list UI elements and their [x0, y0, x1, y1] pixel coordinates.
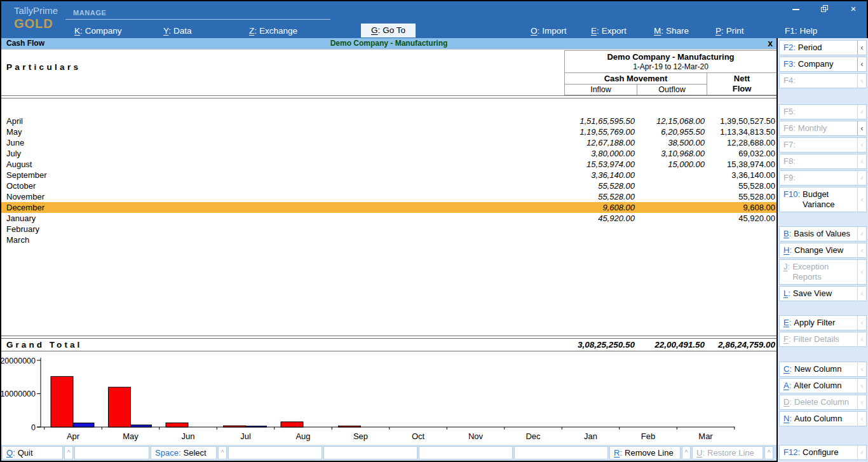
goto-button[interactable]: G: Go To: [361, 24, 416, 37]
svg-text:Jun: Jun: [182, 431, 195, 441]
restore-line-expand-caret: ^: [764, 446, 773, 459]
menu-item-data[interactable]: Y:Data: [163, 24, 192, 37]
sidebar-button-f4: F4:‹: [779, 73, 867, 88]
select-button[interactable]: Space:Select: [151, 446, 217, 459]
sidebar-button-j-exception-reports: J:Exception Reports‹: [779, 259, 867, 285]
sidebar-button-f3-company[interactable]: F3:Company‹: [779, 57, 867, 72]
tallyprime-window: TallyPrime GOLD MANAGE K:CompanyY:DataZ:…: [0, 0, 868, 462]
row-september[interactable]: September3,36,140.003,36,140.00: [1, 170, 776, 180]
restore-icon[interactable]: [816, 3, 832, 14]
row-june[interactable]: June12,67,188.0038,500.0012,28,688.00: [1, 137, 776, 148]
menu-item-company[interactable]: K:Company: [74, 24, 122, 37]
sidebar-button-b-basis-of-values[interactable]: B:Basis of Values‹: [779, 226, 867, 241]
sidebar-button-f10-budget-variance[interactable]: F10:Budget Variance‹: [779, 187, 867, 212]
company-name: Demo Company - Manufacturing: [1, 38, 776, 49]
svg-text:Apr: Apr: [67, 431, 80, 441]
row-february[interactable]: February: [1, 224, 776, 234]
menu-item-exchange[interactable]: Z:Exchange: [249, 24, 297, 37]
row-march[interactable]: March: [1, 234, 776, 245]
sidebar-expand-arrow-icon: ‹: [857, 41, 866, 55]
brand-gold: GOLD: [14, 17, 58, 30]
grand-total-outflow: 22,00,491.50: [637, 339, 707, 351]
report-column-header: Demo Company - Manufacturing 1-Apr-19 to…: [564, 50, 777, 95]
app-logo: TallyPrime GOLD: [14, 6, 58, 30]
statusbar-empty-cell: [323, 446, 417, 459]
statusbar-empty-cell: [74, 446, 149, 459]
report-close-icon[interactable]: x: [768, 38, 773, 49]
sidebar-expand-arrow-icon: ‹: [857, 287, 866, 301]
sidebar-expand-arrow-icon: ‹: [857, 57, 866, 71]
svg-text:Oct: Oct: [412, 431, 425, 441]
header-period: 1-Apr-19 to 12-Mar-20: [565, 62, 776, 73]
close-icon[interactable]: ×: [845, 3, 862, 14]
svg-text:Dec: Dec: [526, 431, 541, 441]
month-rows: April1,51,65,595.5012,15,068.001,39,50,5…: [1, 116, 776, 245]
sidebar-expand-arrow-icon: ‹: [857, 227, 866, 241]
statusbar-empty-cell: [514, 446, 608, 459]
header-company: Demo Company - Manufacturing: [565, 51, 776, 62]
sidebar-button-l-save-view[interactable]: L:Save View‹: [779, 286, 867, 301]
row-may[interactable]: May1,19,55,769.006,20,955.501,13,34,813.…: [1, 126, 776, 137]
row-july[interactable]: July3,80,000.003,10,968.0069,032.00: [1, 148, 776, 159]
sidebar-button-n-auto-column[interactable]: N:Auto Column‹: [779, 411, 867, 426]
sidebar-button-a-alter-column[interactable]: A:Alter Column‹: [779, 378, 867, 393]
header-cash-movement: Cash Movement: [565, 73, 707, 85]
row-december[interactable]: December9,608.009,608.00: [1, 202, 776, 213]
sidebar-expand-arrow-icon: ‹: [857, 316, 866, 330]
header-double-rule: [1, 95, 776, 99]
top-menu-bar: TallyPrime GOLD MANAGE K:CompanyY:DataZ:…: [1, 1, 867, 38]
sidebar-expand-arrow-icon: ‹: [857, 395, 866, 409]
sidebar-button-d-delete-column: D:Delete Column‹: [779, 395, 867, 410]
sidebar-button-c-new-column[interactable]: C:New Column‹: [779, 362, 867, 377]
sidebar-button-f7: F7:‹: [779, 137, 867, 153]
row-august[interactable]: August15,53,974.0015,000.0015,38,974.00: [1, 159, 776, 170]
menu-item-print[interactable]: P:Print: [715, 24, 744, 37]
sidebar-expand-arrow-icon: ‹: [857, 138, 866, 152]
svg-text:Nov: Nov: [468, 431, 484, 441]
manage-section-label: MANAGE: [73, 9, 107, 17]
header-inflow: Inflow: [565, 85, 637, 95]
row-april[interactable]: April1,51,65,595.5012,15,068.001,39,50,5…: [1, 116, 776, 126]
sidebar-button-f8: F8:‹: [779, 154, 867, 169]
grand-total-label: Grand Total: [1, 339, 564, 351]
particulars-heading: Particulars: [6, 62, 81, 72]
row-january[interactable]: January45,920.0045,920.00: [1, 213, 776, 224]
sidebar-expand-arrow-icon: ‹: [857, 105, 866, 119]
sidebar-expand-arrow-icon: ‹: [857, 74, 866, 88]
row-november[interactable]: November55,528.0055,528.00: [1, 191, 776, 202]
svg-text:0: 0: [31, 423, 36, 432]
statusbar-empty-cell: [419, 446, 513, 459]
remove-line-button[interactable]: R:Remove Line: [609, 446, 681, 459]
row-october[interactable]: October55,528.0055,528.00: [1, 180, 776, 191]
sidebar-button-f9: F9:‹: [779, 170, 867, 186]
menu-item-share[interactable]: M:Share: [654, 24, 689, 37]
sidebar-button-h-change-view[interactable]: H:Change View‹: [779, 243, 867, 258]
sidebar-expand-arrow-icon: ‹: [857, 187, 866, 212]
svg-text:10000000: 10000000: [1, 390, 36, 398]
sidebar-button-f12-configure[interactable]: F12:Configure‹: [779, 445, 867, 460]
sidebar-expand-arrow-icon: ‹: [857, 243, 866, 257]
bottom-button-bar: Q:Quit ^ Space:Select ^ R:Remove Line ^ …: [1, 445, 776, 461]
sidebar-expand-arrow-icon: ‹: [857, 121, 866, 135]
sidebar-button-e-apply-filter[interactable]: E:Apply Filter‹: [779, 315, 867, 330]
remove-line-expand-caret[interactable]: ^: [682, 446, 691, 459]
sidebar-button-f6-monthly: F6:Monthly‹: [779, 121, 867, 136]
minimize-icon[interactable]: [787, 3, 804, 14]
cashflow-bar-chart: 01000000020000000AprMayJunJulAugSepOctNo…: [1, 354, 776, 445]
menu-item-help[interactable]: F1:Help: [785, 24, 817, 37]
menu-item-import[interactable]: O:Import: [531, 24, 567, 37]
sidebar-expand-arrow-icon: ‹: [857, 171, 866, 185]
select-expand-caret[interactable]: ^: [218, 446, 227, 459]
grand-total-section: Grand Total 3,08,25,250.50 22,00,491.50 …: [1, 336, 776, 351]
quit-expand-caret[interactable]: ^: [64, 446, 73, 459]
sidebar-button-f2-period[interactable]: F2:Period‹: [779, 40, 867, 55]
sidebar-expand-arrow-icon: ‹: [857, 260, 866, 284]
manage-underline: [65, 19, 330, 20]
right-sidebar: F2:Period‹F3:Company‹F4:‹F5:‹F6:Monthly‹…: [776, 38, 868, 462]
sidebar-expand-arrow-icon: ‹: [857, 379, 866, 393]
brand-tallyprime: TallyPrime: [14, 6, 58, 15]
svg-text:Jan: Jan: [584, 431, 597, 441]
menu-item-export[interactable]: E:Export: [591, 24, 627, 37]
quit-button[interactable]: Q:Quit: [2, 446, 63, 459]
sidebar-expand-arrow-icon: ‹: [857, 412, 866, 426]
